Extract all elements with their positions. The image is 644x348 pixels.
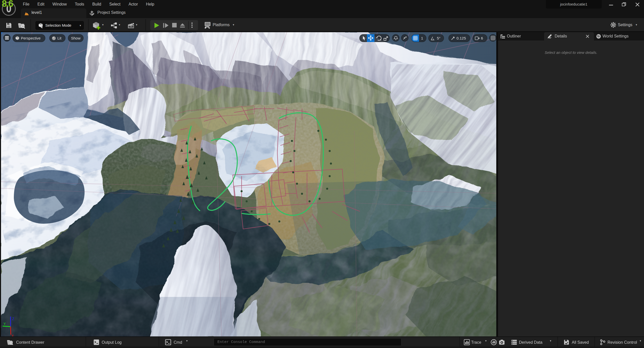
svg-text:Z: Z xyxy=(12,317,14,321)
svg-text:Y: Y xyxy=(4,322,6,326)
svg-text:X: X xyxy=(12,334,14,336)
